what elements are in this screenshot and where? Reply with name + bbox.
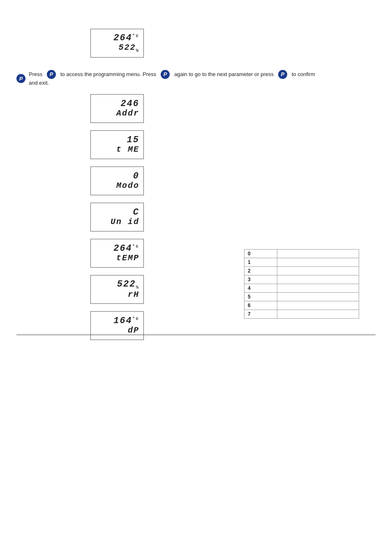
top-lcd-line1: 264°c: [113, 33, 139, 44]
bottom-table: 0 1 2 3 4 5 6: [244, 249, 359, 319]
table-cell-col2: [277, 292, 359, 301]
table-row: 7: [244, 310, 359, 318]
unid-lcd-line1: C: [133, 208, 139, 217]
modo-display-row: 0 Modo: [90, 166, 376, 195]
addr-lcd-display: 246 Addr: [90, 94, 144, 123]
time-lcd-line1: 15: [127, 135, 139, 145]
modo-lcd-display: 0 Modo: [90, 166, 144, 195]
rh-subscript: %: [136, 285, 139, 290]
p-badge-inline3[interactable]: P: [278, 70, 287, 79]
table-cell-col1: 7: [244, 310, 277, 318]
table-cell-col1: 0: [244, 249, 277, 258]
temp-superscript: °c: [132, 244, 139, 249]
modo-lcd-line1: 0: [133, 171, 139, 181]
dp-lcd-line1: 164°c: [113, 316, 139, 326]
table-row: 2: [244, 266, 359, 275]
table-cell-col1: 2: [244, 266, 277, 275]
page: 264°c 522% P Press P to access the progr…: [0, 0, 392, 360]
p-badge-inline1[interactable]: P: [47, 70, 56, 79]
table-row: 4: [244, 284, 359, 292]
addr-lcd-line1: 246: [120, 99, 139, 109]
addr-lcd-line2: Addr: [116, 109, 139, 118]
addr-display-row: 246 Addr: [90, 94, 376, 123]
dp-lcd-display: 164°c dP: [90, 311, 144, 340]
top-lcd-line2: 522%: [118, 43, 139, 53]
top-lcd-display: 264°c 522%: [90, 29, 144, 58]
table-cell-col2: [277, 284, 359, 292]
modo-lcd-line2: Modo: [116, 181, 139, 190]
dp-lcd-line2: dP: [128, 326, 139, 335]
table-cell-col2: [277, 275, 359, 284]
top-display-section: 264°c 522%: [90, 29, 376, 58]
rh-lcd-line1: 522%: [117, 280, 139, 290]
table-cell-col2: [277, 266, 359, 275]
table-cell-col2: [277, 301, 359, 310]
table-cell-col1: 5: [244, 292, 277, 301]
p-badge-main[interactable]: P: [16, 74, 25, 83]
bottom-divider: [16, 335, 376, 335]
time-display-row: 15 t ME: [90, 130, 376, 159]
table-cell-col1: 1: [244, 258, 277, 266]
table-cell-col2: [277, 310, 359, 318]
table-row: 0: [244, 249, 359, 258]
dp-superscript: °c: [132, 316, 139, 321]
table-row: 1: [244, 258, 359, 266]
top-lcd-subscript: %: [136, 48, 139, 53]
rh-lcd-line2: rH: [128, 290, 139, 299]
table-cell-col2: [277, 258, 359, 266]
temp-lcd-line2: tEMP: [116, 254, 139, 263]
table-cell-col1: 6: [244, 301, 277, 310]
top-lcd-superscript: °c: [132, 33, 139, 38]
desc-text-press: Press P to access the programming menu. …: [29, 70, 316, 88]
temp-lcd-display: 264°c tEMP: [90, 239, 144, 268]
table-cell-col1: 3: [244, 275, 277, 284]
table-cell-col1: 4: [244, 284, 277, 292]
unid-lcd-line2: Un id: [111, 217, 139, 227]
unid-lcd-display: C Un id: [90, 203, 144, 231]
table-row: 6: [244, 301, 359, 310]
table-cell-col2: [277, 249, 359, 258]
table-row: 3: [244, 275, 359, 284]
p-badge-inline2[interactable]: P: [161, 70, 170, 79]
table-row: 5: [244, 292, 359, 301]
rh-lcd-display: 522% rH: [90, 275, 144, 304]
time-lcd-display: 15 t ME: [90, 130, 144, 159]
unid-display-row: C Un id: [90, 203, 376, 231]
time-lcd-line2: t ME: [116, 145, 139, 154]
temp-lcd-line1: 264°c: [113, 244, 139, 254]
p-button-row: P Press P to access the programming menu…: [16, 70, 376, 88]
